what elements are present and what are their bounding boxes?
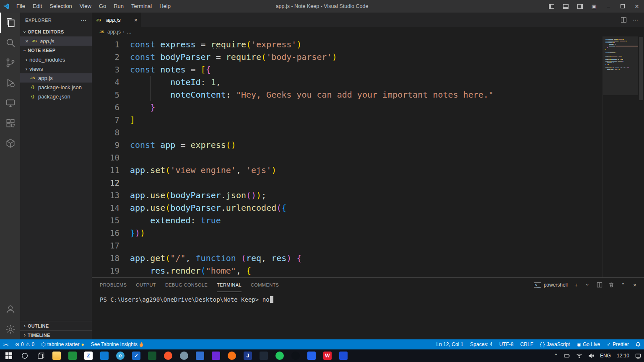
code-line-18[interactable]: 18app.get("/", function (req, res) { xyxy=(92,252,644,264)
code-line-17[interactable]: 17 xyxy=(92,239,644,252)
menu-view[interactable]: View xyxy=(76,0,95,13)
encoding-setting[interactable]: UTF-8 xyxy=(496,339,517,349)
code-line-10[interactable]: 10 xyxy=(92,151,644,164)
code-line-7[interactable]: 7] xyxy=(92,114,644,126)
taskbar-edge-browser[interactable]: e xyxy=(116,352,125,360)
code-line-19[interactable]: 19 res.render("home", { xyxy=(92,264,644,277)
search-icon[interactable] xyxy=(0,33,20,53)
menu-selection[interactable]: Selection xyxy=(46,0,75,13)
code-line-8[interactable]: 8 xyxy=(92,126,644,139)
split-editor-icon[interactable] xyxy=(621,17,627,23)
taskbar-wps[interactable]: W xyxy=(323,352,332,360)
taskbar-vscode[interactable] xyxy=(100,352,109,360)
start-button[interactable] xyxy=(1,349,17,362)
file-app.js[interactable]: JSapp.js xyxy=(20,73,92,83)
package-icon[interactable] xyxy=(0,133,20,153)
menu-help[interactable]: Help xyxy=(156,0,174,13)
menu-go[interactable]: Go xyxy=(95,0,110,13)
panel-tab-output[interactable]: OUTPUT xyxy=(136,278,156,292)
chevron-down-icon[interactable]: › xyxy=(584,282,591,288)
code-line-13[interactable]: 13app.use(bodyParser.json()); xyxy=(92,189,644,202)
menu-terminal[interactable]: Terminal xyxy=(127,0,156,13)
language-indicator[interactable]: ENG xyxy=(597,349,614,362)
wifi-icon[interactable] xyxy=(573,349,585,362)
taskbar-app-black-circle[interactable] xyxy=(291,352,300,360)
kill-terminal-icon[interactable] xyxy=(608,282,615,288)
settings-gear-icon[interactable] xyxy=(0,319,20,339)
code-line-4[interactable]: 4 noteId: 1, xyxy=(92,76,644,88)
taskbar-brave-browser[interactable] xyxy=(164,352,172,360)
layout-sidebar-right-icon[interactable] xyxy=(573,0,587,13)
code-line-15[interactable]: 15 extended: true xyxy=(92,214,644,227)
tab-appjs[interactable]: JS app.js × xyxy=(92,13,141,27)
battery-icon[interactable] xyxy=(561,349,573,362)
account-icon[interactable] xyxy=(0,299,20,319)
editor-more-actions-icon[interactable]: ⋯ xyxy=(633,17,638,23)
more-actions-icon[interactable]: ⋯ xyxy=(81,17,87,23)
code-line-6[interactable]: 6 } xyxy=(92,101,644,114)
code-line-9[interactable]: 9const app = express() xyxy=(92,139,644,151)
problems-indicator[interactable]: ⊗0 ⚠0 xyxy=(12,339,38,349)
code-line-2[interactable]: 2const bodyParser = require('body-parser… xyxy=(92,51,644,63)
tabnine-insights[interactable]: See Tabnine Insights xyxy=(88,339,147,349)
code-line-3[interactable]: 3const notes = [{ xyxy=(92,63,644,76)
shell-selector[interactable]: >_ powershell xyxy=(534,282,568,288)
minimap[interactable] xyxy=(602,36,638,277)
language-mode[interactable]: { } JavaScript xyxy=(537,339,573,349)
notifications-bell-icon[interactable] xyxy=(632,339,644,349)
source-control-icon[interactable] xyxy=(0,53,20,73)
taskbar-app-dark-square[interactable] xyxy=(260,352,268,360)
minimize-icon[interactable]: – xyxy=(601,0,615,13)
cursor-position[interactable]: Ln 12, Col 1 xyxy=(433,339,467,349)
tabnine-status[interactable]: ⬡ tabnine starter ● xyxy=(38,339,87,349)
extensions-icon[interactable] xyxy=(0,113,20,133)
task-view-button[interactable] xyxy=(33,349,49,362)
file-views[interactable]: ›views xyxy=(20,64,92,73)
remote-indicator[interactable]: >< xyxy=(0,339,12,349)
close-icon[interactable]: ✕ xyxy=(630,0,644,13)
outline-header[interactable]: › OUTLINE xyxy=(20,321,92,330)
panel-tab-terminal[interactable]: TERMINAL xyxy=(217,278,242,292)
file-package.json[interactable]: {}package.json xyxy=(20,92,92,101)
customize-layout-icon[interactable]: ▣ xyxy=(587,0,601,13)
close-tab-icon[interactable]: × xyxy=(134,17,138,23)
new-terminal-icon[interactable]: ＋ xyxy=(573,282,579,288)
action-center-icon[interactable] xyxy=(632,349,644,362)
panel-tab-debug-console[interactable]: DEBUG CONSOLE xyxy=(165,278,208,292)
code-editor[interactable]: 1const express = require('express')2cons… xyxy=(92,36,644,277)
breadcrumb-file[interactable]: app.js xyxy=(107,29,121,35)
timeline-header[interactable]: › TIMELINE xyxy=(20,330,92,339)
layout-sidebar-left-icon[interactable] xyxy=(544,0,558,13)
taskbar-app-j[interactable]: J xyxy=(244,352,252,360)
taskbar-app-z[interactable]: Z xyxy=(84,352,93,360)
taskbar-app-green-square[interactable] xyxy=(68,352,77,360)
menu-file[interactable]: File xyxy=(13,0,29,13)
taskbar-app-blue-doc[interactable] xyxy=(339,352,348,360)
terminal[interactable]: PS C:\Users\ag290\OneDrive\Desktop\Note … xyxy=(92,292,644,339)
taskbar-app-monitor[interactable] xyxy=(307,352,316,360)
maximize-panel-icon[interactable]: ⌃ xyxy=(620,282,626,288)
taskbar-file-explorer[interactable] xyxy=(52,352,61,360)
menu-edit[interactable]: Edit xyxy=(29,0,46,13)
speaker-icon[interactable] xyxy=(585,349,597,362)
minimap-slider[interactable] xyxy=(603,36,638,95)
taskbar-app-purple[interactable] xyxy=(212,352,220,360)
tray-expand-icon[interactable]: ⌃ xyxy=(551,349,561,362)
layout-panel-icon[interactable] xyxy=(558,0,573,13)
close-panel-icon[interactable]: × xyxy=(631,282,638,288)
file-node_modules[interactable]: ›node_modules xyxy=(20,55,92,64)
prettier-status[interactable]: ✓ Prettier xyxy=(603,339,632,349)
breadcrumb-more[interactable]: … xyxy=(127,29,132,35)
taskbar-app-blue-square[interactable] xyxy=(196,352,204,360)
panel-tab-problems[interactable]: PROBLEMS xyxy=(100,278,127,292)
clock[interactable]: 12:10 xyxy=(614,349,632,362)
code-line-5[interactable]: 5 noteContent: "Hey, Geeks you can add y… xyxy=(92,88,644,101)
code-line-16[interactable]: 16})) xyxy=(92,227,644,239)
panel-tab-comments[interactable]: COMMENTS xyxy=(251,278,279,292)
taskbar-app-green-circle[interactable] xyxy=(275,352,284,360)
maximize-icon[interactable] xyxy=(615,0,630,13)
breadcrumb[interactable]: JS app.js › … xyxy=(92,27,644,36)
eol-setting[interactable]: CRLF xyxy=(517,339,537,349)
code-line-14[interactable]: 14app.use(bodyParser.urlencoded({ xyxy=(92,202,644,214)
file-package-lock.json[interactable]: {}package-lock.json xyxy=(20,83,92,92)
